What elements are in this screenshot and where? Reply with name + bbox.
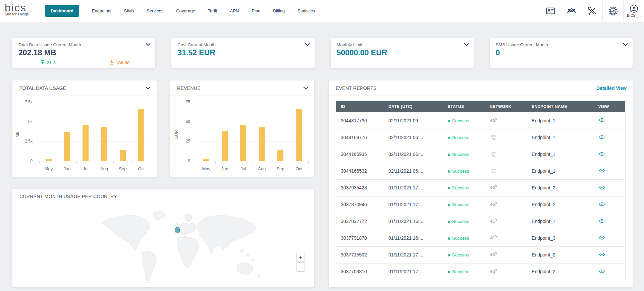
nav-tab-dashboard[interactable]: Dashboard [45,5,79,17]
view-event-button[interactable] [598,235,605,241]
view-event-button[interactable] [598,185,605,191]
card-value: 0 [496,48,627,57]
column-header-date-utc-: DATE (UTC) [384,101,443,113]
summary-card-monthly-limit: Monthly Limit 50000.00 EUR [331,38,474,68]
x-axis-tick [76,161,77,164]
event-network: 4G [485,179,527,196]
x-axis-tick [234,161,234,164]
x-axis-tick [58,161,58,164]
chevron-down-icon[interactable] [303,85,308,91]
event-date: 01/11/2021 16:... [384,230,443,246]
event-date: 01/11/2021 17:... [384,246,443,263]
tools-icon [588,6,597,15]
event-id: 3037791870 [336,230,384,246]
nav-tab-apn[interactable]: APN [230,8,239,13]
status-dot-icon [448,170,450,173]
view-event-button[interactable] [598,134,605,141]
x-category-label: Sep [119,166,126,171]
bar-jun [222,131,228,161]
summary-cards: Total Data Usage Current Month 202.18 MB… [12,38,633,68]
x-category-label: Jul [83,166,89,171]
nav-tab-tariff[interactable]: Tariff [208,8,217,13]
nav-tab-services[interactable]: Services [147,8,163,13]
event-view [594,146,626,163]
nav-tab-sims[interactable]: SIMs [124,8,134,13]
chevron-down-icon[interactable] [623,42,628,47]
view-event-button[interactable] [598,117,605,124]
event-date: 01/11/2021 17:... [384,196,443,213]
network-2g3g-icon: 2G3G [490,169,497,175]
world-map[interactable]: + − [12,204,314,287]
network-4g-icon: 4G [490,186,498,191]
tools-button[interactable] [582,0,602,22]
upload-icon [41,60,45,66]
card-value: 31.52 EUR [177,48,308,57]
chevron-down-icon[interactable] [146,42,151,47]
account-button[interactable]: BICS_... [623,0,644,22]
event-endpoint-name: Endpoint_1 [527,146,593,163]
view-event-button[interactable] [598,218,605,225]
top-nav: bics SIM for Things DashboardEndpointsSI… [0,0,644,22]
widget-title: TOTAL DATA USAGE [19,85,66,91]
svg-text:4G: 4G [490,269,495,274]
event-status: Success [443,213,485,230]
gridline [39,141,151,141]
summary-card-sms-usage: SMS Usage Current Month 0 [490,38,633,68]
y-tick-label: 2.5k [25,139,33,143]
view-event-button[interactable] [598,252,605,258]
event-network: 4G [485,196,527,213]
view-event-button[interactable] [598,168,605,174]
view-event-button[interactable] [598,269,605,275]
nav-tab-plan[interactable]: Plan [252,8,260,13]
svg-text:4G: 4G [490,185,495,190]
contacts-button[interactable] [540,0,561,22]
x-category-label: Oct [138,166,145,171]
event-date: 02/11/2021 06:... [384,146,443,163]
nav-tab-endpoints[interactable]: Endpoints [92,8,111,13]
event-network: 2G3G [485,146,527,163]
api-settings-button[interactable]: API [602,0,623,22]
bar-aug [259,127,265,161]
gridline [197,141,308,141]
bar-jun [64,132,70,161]
logo-text: bics [5,3,40,13]
map-zoom-in-button[interactable]: + [296,253,305,262]
event-status: Success [443,163,485,179]
x-category-label: Aug [258,166,266,171]
team-button[interactable] [561,0,582,22]
event-row: 303771550201/11/2021 17:...Success4GEndp… [336,246,626,263]
column-header-view: VIEW [594,101,626,113]
bar-oct [296,109,302,161]
chevron-down-icon[interactable] [464,42,469,47]
chevron-down-icon[interactable] [146,85,151,91]
nav-tab-statistics[interactable]: Statistics [298,8,315,13]
svg-text:2G: 2G [491,151,494,154]
usage-marker-western-europe [175,227,180,233]
x-axis-tick [113,161,114,164]
detailed-view-link[interactable]: Detailed View [596,85,627,91]
nav-tab-billing[interactable]: Billing [273,8,285,13]
summary-card-total-data-usage: Total Data Usage Current Month 202.18 MB… [12,38,155,68]
bics-logo: bics SIM for Things [0,0,40,22]
island-1 [239,250,244,252]
x-axis-tick [290,161,290,164]
bar-chart: EUR 7550250 MayJunJulAugSepOct [170,96,314,176]
card-title: Cost Current Month [177,42,308,47]
status-dot-icon [448,221,450,223]
event-endpoint-name: Endpoint_2 [527,196,593,213]
network-2g3g-icon: 2G3G [490,153,497,158]
svg-text:4G: 4G [490,219,495,224]
event-network: 4G [485,230,527,246]
view-event-button[interactable] [598,151,605,158]
event-endpoint-name: Endpoint_2 [527,263,593,280]
nav-tab-coverage[interactable]: Coverage [176,8,195,13]
column-header-endpoint-name: ENDPOINT NAME [527,101,593,113]
map-zoom-out-button[interactable]: − [296,263,305,272]
event-date: 02/11/2021 06:... [384,129,443,146]
card-title: Total Data Usage Current Month [18,42,149,47]
chevron-down-icon[interactable] [305,42,310,47]
upload-value: 21.3 [47,60,55,65]
view-event-button[interactable] [598,201,605,208]
y-tick-label: 0 [188,159,190,163]
event-endpoint-name: Endpoint_1 [527,213,593,230]
